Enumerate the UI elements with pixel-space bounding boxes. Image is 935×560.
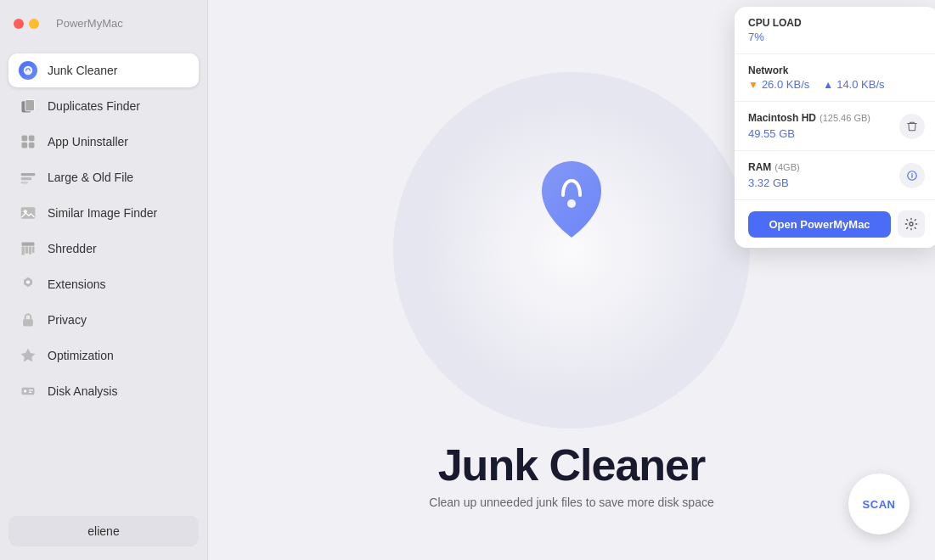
popup-disk-label-row: Macintosh HD (125.46 GB)	[748, 112, 870, 126]
popup-upload-value: 14.0 KB/s	[836, 78, 884, 91]
svg-point-25	[910, 222, 913, 226]
popup-disk-delete-button[interactable]	[899, 114, 925, 139]
popup-ram-info-button[interactable]	[899, 163, 925, 188]
duplicates-finder-icon	[19, 97, 37, 115]
svg-point-21	[24, 389, 26, 392]
svg-point-0	[24, 66, 33, 76]
disk-analysis-icon	[19, 382, 37, 400]
svg-rect-12	[22, 243, 35, 246]
sidebar-item-privacy[interactable]: Privacy	[8, 303, 199, 337]
popup-ram-info: RAM (4GB) 3.32 GB	[748, 161, 800, 189]
sidebar-item-app-uninstaller[interactable]: App Uninstaller	[8, 125, 199, 159]
popup-actions: Open PowerMyMac	[735, 200, 935, 248]
app-logo	[521, 148, 622, 250]
popup-ram-label: RAM	[748, 161, 771, 173]
upload-arrow-icon: ▲	[823, 79, 833, 91]
sidebar-item-disk-analysis[interactable]: Disk Analysis	[8, 374, 199, 408]
popup-disk-row: Macintosh HD (125.46 GB) 49.55 GB	[735, 102, 935, 151]
svg-rect-13	[22, 247, 25, 255]
sidebar-item-duplicates-finder[interactable]: Duplicates Finder	[8, 89, 199, 123]
svg-rect-15	[29, 247, 31, 255]
svg-rect-14	[25, 247, 28, 254]
svg-marker-19	[21, 349, 36, 362]
popup-network-label: Network	[748, 64, 925, 76]
sidebar-item-label-duplicates-finder: Duplicates Finder	[48, 99, 140, 113]
main-subtitle: Clean up unneeded junk files to save mor…	[429, 496, 713, 509]
popup-download-value: 26.0 KB/s	[762, 78, 809, 91]
sidebar-item-optimization[interactable]: Optimization	[8, 339, 199, 372]
sidebar-item-junk-cleaner[interactable]: Junk Cleaner	[8, 53, 199, 87]
svg-rect-23	[29, 392, 31, 393]
large-old-file-icon	[19, 168, 37, 187]
popup-disk-label: Macintosh HD	[748, 112, 816, 124]
privacy-icon	[19, 311, 37, 329]
popup-disk-info: Macintosh HD (125.46 GB) 49.55 GB	[748, 112, 870, 140]
popup-disk-content: Macintosh HD (125.46 GB) 49.55 GB	[748, 112, 925, 140]
popup-cpu-row: CPU LOAD 7%	[735, 7, 935, 54]
svg-rect-2	[25, 100, 35, 111]
svg-rect-8	[21, 177, 32, 180]
svg-rect-16	[32, 247, 35, 254]
app-title: PowerMyMac	[56, 17, 123, 30]
sidebar-item-label-app-uninstaller: App Uninstaller	[48, 135, 128, 148]
sidebar-header: PowerMyMac	[0, 0, 207, 47]
svg-rect-22	[29, 389, 33, 390]
svg-point-17	[26, 280, 30, 283]
svg-point-26	[567, 199, 576, 208]
traffic-lights	[14, 19, 39, 29]
sidebar-item-label-optimization: Optimization	[48, 349, 114, 362]
popup-cpu-value: 7%	[748, 31, 925, 43]
popup-cpu-label: CPU LOAD	[748, 17, 925, 29]
app-window: PowerMyMac Junk Cleaner	[0, 0, 935, 560]
popup-settings-button[interactable]	[898, 210, 925, 238]
download-arrow-icon: ▼	[748, 79, 758, 91]
shredder-icon	[19, 239, 37, 258]
sidebar-footer: eliene	[0, 507, 207, 560]
popup-disk-size: (125.46 GB)	[820, 113, 870, 123]
popup-ram-size: (4GB)	[774, 162, 799, 172]
popup-ram-content: RAM (4GB) 3.32 GB	[748, 161, 925, 189]
svg-rect-4	[29, 136, 35, 142]
popup-disk-value: 49.55 GB	[748, 127, 870, 140]
popup-ram-label-row: RAM (4GB)	[748, 161, 800, 175]
main-title: Junk Cleaner	[438, 440, 706, 490]
popup-card: CPU LOAD 7% Network ▼ 26.0 KB/s ▲ 14.0 K…	[735, 7, 935, 248]
traffic-light-yellow[interactable]	[29, 19, 39, 29]
popup-network-values: ▼ 26.0 KB/s ▲ 14.0 KB/s	[748, 78, 925, 91]
sidebar-item-extensions[interactable]: Extensions	[8, 267, 199, 301]
sidebar-item-label-privacy: Privacy	[48, 313, 87, 327]
svg-rect-7	[21, 173, 36, 176]
junk-cleaner-icon	[19, 61, 37, 80]
svg-rect-6	[29, 143, 35, 148]
svg-rect-20	[22, 388, 35, 395]
popup-ram-value: 3.32 GB	[748, 176, 800, 189]
sidebar-item-label-large-old-file: Large & Old File	[48, 171, 133, 184]
extensions-icon	[19, 275, 37, 294]
sidebar-nav: Junk Cleaner Duplicates Finder	[0, 47, 207, 507]
app-uninstaller-icon	[19, 132, 37, 151]
svg-rect-10	[21, 207, 36, 218]
user-button[interactable]: eliene	[8, 516, 199, 546]
svg-rect-18	[23, 319, 33, 326]
sidebar-item-label-shredder: Shredder	[48, 242, 97, 255]
sidebar-item-large-old-file[interactable]: Large & Old File	[8, 160, 199, 194]
svg-rect-9	[21, 182, 28, 184]
main-content: ? CPU LOAD 7% Network ▼ 26.0 KB/s ▲ 14.0…	[208, 0, 935, 560]
sidebar-item-similar-image-finder[interactable]: Similar Image Finder	[8, 196, 199, 230]
sidebar-item-label-extensions: Extensions	[48, 277, 105, 291]
sidebar-item-label-disk-analysis: Disk Analysis	[48, 384, 117, 398]
scan-button[interactable]: SCAN	[848, 473, 910, 535]
sidebar-item-shredder[interactable]: Shredder	[8, 232, 199, 266]
popup-network-upload: ▲ 14.0 KB/s	[823, 78, 884, 91]
svg-rect-3	[22, 136, 28, 142]
popup-ram-row: RAM (4GB) 3.32 GB	[735, 151, 935, 200]
popup-network-download: ▼ 26.0 KB/s	[748, 78, 809, 91]
popup-network-row: Network ▼ 26.0 KB/s ▲ 14.0 KB/s	[735, 54, 935, 102]
sidebar-item-label-similar-image-finder: Similar Image Finder	[48, 206, 157, 220]
sidebar: PowerMyMac Junk Cleaner	[0, 0, 208, 560]
sidebar-item-label-junk-cleaner: Junk Cleaner	[48, 64, 118, 77]
open-powermymac-button[interactable]: Open PowerMyMac	[748, 211, 891, 238]
svg-rect-5	[22, 143, 28, 148]
traffic-light-red[interactable]	[14, 19, 24, 29]
similar-image-finder-icon	[19, 204, 37, 222]
